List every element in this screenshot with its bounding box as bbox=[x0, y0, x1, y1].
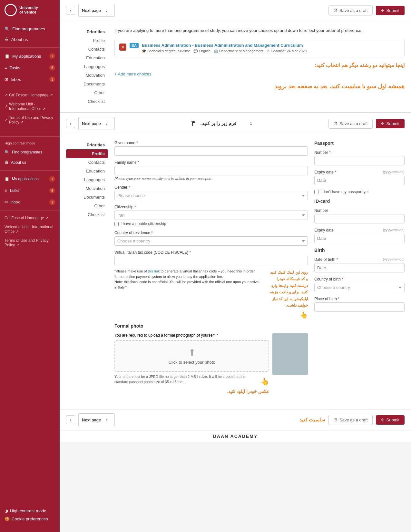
prev-arrow-2[interactable]: ‹ bbox=[66, 119, 75, 128]
country-residence-group: Country of residence * Choose a country bbox=[114, 231, 308, 246]
country-birth-select[interactable]: Choose a country bbox=[314, 283, 405, 292]
tax-link[interactable]: this link bbox=[148, 269, 160, 273]
warning-icon: ⚠ bbox=[267, 49, 270, 53]
submit-btn-bottom[interactable]: ✈ Submit bbox=[376, 415, 405, 425]
lang-icon: 💬 bbox=[193, 49, 198, 53]
sidebar-link-welcome-unit-2[interactable]: Welcome Unit - International Office ↗ bbox=[0, 222, 60, 236]
step-other-2[interactable]: Other bbox=[66, 202, 108, 210]
step-languages-1[interactable]: Languages bbox=[66, 62, 108, 71]
sidebar-item-tasks-2[interactable]: ≡ Tasks 6 bbox=[0, 185, 60, 196]
sidebar-item-tasks[interactable]: ≡ Tasks 6 bbox=[0, 62, 60, 74]
degree-icon: 🎓 bbox=[142, 49, 146, 53]
steps-title-1: Priorities bbox=[66, 27, 108, 36]
step-languages-2[interactable]: Languages bbox=[66, 175, 108, 184]
save-draft-btn-bottom[interactable]: ⏱ Save as a draft bbox=[328, 415, 372, 425]
programme-title[interactable]: Business Administration - Business Admin… bbox=[142, 43, 307, 48]
sidebar-item-find-programmes[interactable]: 🔍 Find programmes bbox=[0, 24, 60, 34]
next-arrow-1[interactable]: › bbox=[102, 6, 111, 15]
step-contacts-2[interactable]: Contacts bbox=[66, 158, 108, 167]
idcard-number-input[interactable] bbox=[314, 214, 405, 223]
photo-upload-box[interactable]: ⬆ Click to select your photo bbox=[114, 340, 269, 372]
programme-badge: BA bbox=[130, 43, 139, 48]
sidebar-item-find-programmes-2[interactable]: 🔍 Find programmes bbox=[0, 147, 60, 157]
sidebar-item-my-applications-2[interactable]: 📋 My applications 1 bbox=[0, 173, 60, 185]
sidebar-item-inbox[interactable]: ✉ Inbox 1 bbox=[0, 74, 60, 85]
delete-programme-btn[interactable]: ✕ bbox=[119, 44, 126, 51]
step-documents-2[interactable]: Documents bbox=[66, 193, 108, 202]
double-citizenship-checkbox[interactable] bbox=[114, 222, 119, 226]
formal-photo-group: Formal photo You are required to upload … bbox=[114, 323, 308, 398]
sidebar-item-label: My applications bbox=[12, 54, 41, 59]
degree-info: 🎓 Bachelor's degree, full-time bbox=[142, 49, 190, 53]
passport-expiry-input[interactable] bbox=[314, 176, 405, 185]
sidebar-link-ca-foscari-2[interactable]: Ca' Foscari Homepage ↗ bbox=[0, 213, 60, 222]
sidebar-item-about-us[interactable]: 🏛 About us bbox=[0, 34, 60, 45]
passport-number-input[interactable] bbox=[314, 156, 405, 165]
prev-arrow-1[interactable]: ‹ bbox=[66, 6, 75, 15]
idcard-expiry-input[interactable] bbox=[314, 234, 405, 243]
no-passport-label[interactable]: I don't have my passport yet bbox=[314, 190, 405, 194]
place-birth-group: Place of birth * bbox=[314, 297, 405, 312]
add-more-choices-link[interactable]: + Add more choices bbox=[114, 72, 405, 76]
step-documents-1[interactable]: Documents bbox=[66, 80, 108, 88]
step-checklist-1[interactable]: Checklist bbox=[66, 97, 108, 106]
step-education-2[interactable]: Education bbox=[66, 167, 108, 175]
form-title: فرم زیر را پر کنید. bbox=[200, 121, 236, 126]
dob-group: Date of birth * (yyyy-mm-dd) bbox=[314, 257, 405, 272]
passport-expiry-label: Expiry date * (yyyy-mm-dd) bbox=[314, 170, 405, 174]
family-name-input[interactable] bbox=[114, 166, 308, 175]
sidebar-link-welcome-unit[interactable]: ↗ Welcome Unit - International Office ↗ bbox=[0, 100, 60, 113]
next-page-btn-2[interactable]: Next page › bbox=[78, 117, 115, 130]
page-number: ۴ bbox=[191, 119, 195, 128]
persian-choose-notice: اینجا میتوانید دو رشته دیگر هم انتخاب کن… bbox=[114, 62, 405, 68]
sidebar-item-about-us-2[interactable]: 🏛 About us bbox=[0, 157, 60, 168]
next-page-btn-1[interactable]: Next page › bbox=[78, 4, 115, 17]
external-link-icon2: ↗ bbox=[5, 104, 8, 109]
content-area-1: Priorities Profile Contacts Education La… bbox=[60, 21, 411, 112]
step-motivation-2[interactable]: Motivation bbox=[66, 184, 108, 193]
step-profile-1[interactable]: Profile bbox=[66, 36, 108, 45]
sidebar-link-terms-2[interactable]: Terms of Use and Privacy Policy ↗ bbox=[0, 236, 60, 250]
virtual-tax-input[interactable] bbox=[114, 256, 308, 265]
given-name-input[interactable] bbox=[114, 146, 308, 156]
step-motivation-1[interactable]: Motivation bbox=[66, 71, 108, 80]
dob-input[interactable] bbox=[314, 263, 405, 272]
country-residence-label: Country of residence * bbox=[114, 231, 308, 235]
save-draft-btn-1[interactable]: ⏱ Save as a draft bbox=[328, 5, 372, 15]
double-citizenship-label[interactable]: I have a double citizenship bbox=[114, 222, 308, 226]
next-arrow-2[interactable]: › bbox=[102, 119, 111, 128]
dept-icon: 🏢 bbox=[214, 49, 218, 53]
sidebar-link-ca-foscari[interactable]: ↗ Ca' Foscari Homepage ↗ bbox=[0, 91, 60, 100]
next-page-btn-bottom[interactable]: Next page › bbox=[78, 413, 115, 426]
save-draft-btn-2[interactable]: ⏱ Save as a draft bbox=[328, 119, 372, 129]
citizenship-select[interactable]: Iran bbox=[114, 211, 308, 220]
sidebar-item-inbox-2[interactable]: ✉ Inbox 1 bbox=[0, 196, 60, 208]
submit-btn-1[interactable]: ✈ Submit bbox=[376, 6, 405, 15]
step-other-1[interactable]: Other bbox=[66, 88, 108, 97]
sidebar-item-my-applications[interactable]: 📋 My applications 1 bbox=[0, 50, 60, 62]
high-contrast-toggle[interactable]: ◑ High contrast mode bbox=[5, 507, 55, 515]
section2: ‹ Next page › ۴ فرم زیر را پر کنید. 1 ⏱ … bbox=[60, 113, 411, 430]
idcard-title: ID-card bbox=[314, 199, 405, 205]
step-contacts-1[interactable]: Contacts bbox=[66, 45, 108, 54]
step-profile-2[interactable]: Profile bbox=[66, 149, 108, 158]
birth-section: Birth Date of birth * (yyyy-mm-dd) bbox=[314, 248, 405, 312]
section1: ‹ Next page › ⏱ Save as a draft ✈ Submit… bbox=[60, 0, 411, 112]
gender-select[interactable]: Please choose bbox=[114, 191, 308, 200]
steps-nav-1: Priorities Profile Contacts Education La… bbox=[66, 27, 108, 106]
cookie-preferences[interactable]: 🍪 Cookie preferences bbox=[5, 515, 55, 523]
bottom-bar: ‹ Next page › سابمیت کنید ⏱ Save as a dr… bbox=[60, 409, 411, 430]
passport-section: Passport Number * bbox=[314, 141, 405, 194]
step-education-1[interactable]: Education bbox=[66, 54, 108, 62]
submit-btn-2[interactable]: ✈ Submit bbox=[376, 119, 405, 128]
next-arrow-bottom[interactable]: › bbox=[102, 415, 111, 424]
prev-arrow-bottom[interactable]: ‹ bbox=[66, 415, 75, 424]
country-residence-select[interactable]: Choose a country bbox=[114, 236, 308, 246]
place-birth-input[interactable] bbox=[314, 302, 405, 312]
programme-meta: 🎓 Bachelor's degree, full-time 💬 English… bbox=[142, 49, 307, 53]
inbox-icon: ✉ bbox=[5, 77, 8, 82]
sidebar-item-label: Find programmes bbox=[12, 26, 45, 31]
no-passport-checkbox[interactable] bbox=[314, 190, 318, 194]
step-checklist-2[interactable]: Checklist bbox=[66, 210, 108, 219]
sidebar-link-terms[interactable]: ↗ Terms of Use and Privacy Policy ↗ bbox=[0, 113, 60, 127]
